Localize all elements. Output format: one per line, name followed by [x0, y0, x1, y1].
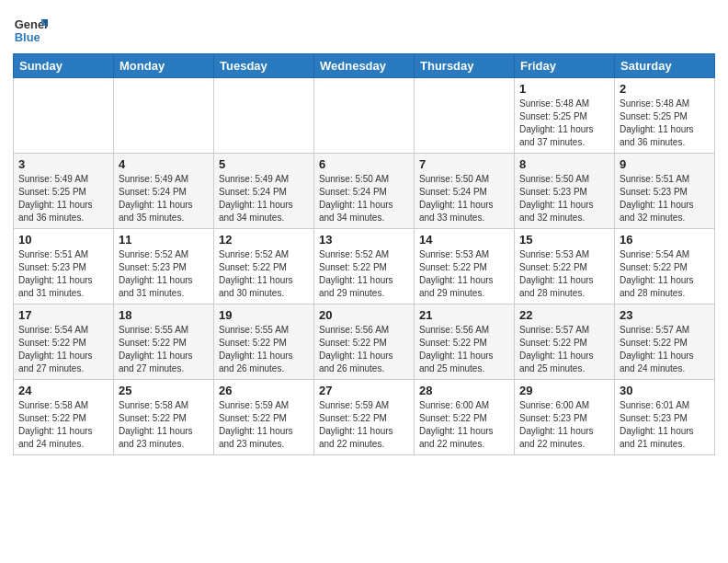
calendar-cell-week5-day4: 27Sunrise: 5:59 AMSunset: 5:22 PMDayligh…: [314, 380, 415, 455]
calendar-week-1: 1Sunrise: 5:48 AMSunset: 5:25 PMDaylight…: [14, 78, 715, 154]
day-number: 27: [319, 384, 409, 397]
weekday-header-monday: Monday: [114, 54, 214, 78]
calendar-cell-week2-day1: 3Sunrise: 5:49 AMSunset: 5:25 PMDaylight…: [14, 154, 114, 229]
day-info: Sunrise: 5:53 AMSunset: 5:22 PMDaylight:…: [419, 248, 509, 300]
calendar-cell-week5-day7: 30Sunrise: 6:01 AMSunset: 5:23 PMDayligh…: [615, 380, 715, 455]
calendar-cell-week5-day2: 25Sunrise: 5:58 AMSunset: 5:22 PMDayligh…: [114, 380, 214, 455]
calendar-week-2: 3Sunrise: 5:49 AMSunset: 5:25 PMDaylight…: [14, 154, 715, 229]
calendar-cell-week3-day3: 12Sunrise: 5:52 AMSunset: 5:22 PMDayligh…: [214, 229, 314, 304]
calendar-cell-week3-day6: 15Sunrise: 5:53 AMSunset: 5:22 PMDayligh…: [515, 229, 615, 304]
calendar-cell-week1-day5: [415, 78, 515, 154]
calendar-cell-week4-day7: 23Sunrise: 5:57 AMSunset: 5:22 PMDayligh…: [615, 304, 715, 380]
day-number: 13: [319, 233, 409, 247]
day-number: 23: [620, 308, 710, 322]
day-number: 16: [620, 233, 710, 247]
day-number: 1: [519, 82, 609, 96]
calendar-cell-week3-day5: 14Sunrise: 5:53 AMSunset: 5:22 PMDayligh…: [415, 229, 515, 304]
day-number: 2: [620, 82, 710, 96]
day-number: 28: [419, 384, 509, 397]
day-number: 15: [519, 233, 609, 247]
day-info: Sunrise: 5:56 AMSunset: 5:22 PMDaylight:…: [419, 324, 509, 375]
day-info: Sunrise: 5:59 AMSunset: 5:22 PMDaylight:…: [219, 399, 309, 451]
day-info: Sunrise: 5:52 AMSunset: 5:22 PMDaylight:…: [319, 248, 409, 300]
day-number: 25: [119, 384, 209, 397]
calendar-cell-week1-day2: [114, 78, 214, 154]
day-number: 3: [18, 157, 108, 171]
logo-icon: General Blue: [13, 13, 48, 48]
calendar-cell-week3-day1: 10Sunrise: 5:51 AMSunset: 5:23 PMDayligh…: [14, 229, 114, 304]
day-number: 6: [319, 157, 409, 171]
weekday-header-friday: Friday: [515, 54, 615, 78]
day-info: Sunrise: 5:55 AMSunset: 5:22 PMDaylight:…: [119, 324, 209, 375]
day-info: Sunrise: 5:49 AMSunset: 5:24 PMDaylight:…: [219, 173, 309, 224]
calendar-cell-week3-day2: 11Sunrise: 5:52 AMSunset: 5:23 PMDayligh…: [114, 229, 214, 304]
calendar-cell-week1-day4: [314, 78, 415, 154]
calendar-week-3: 10Sunrise: 5:51 AMSunset: 5:23 PMDayligh…: [14, 229, 715, 304]
calendar-cell-week2-day3: 5Sunrise: 5:49 AMSunset: 5:24 PMDaylight…: [214, 154, 314, 229]
calendar-cell-week4-day4: 20Sunrise: 5:56 AMSunset: 5:22 PMDayligh…: [314, 304, 415, 380]
day-number: 14: [419, 233, 509, 247]
day-number: 7: [419, 157, 509, 171]
day-number: 22: [519, 308, 609, 322]
day-info: Sunrise: 5:59 AMSunset: 5:22 PMDaylight:…: [319, 399, 409, 451]
calendar-cell-week1-day7: 2Sunrise: 5:48 AMSunset: 5:25 PMDaylight…: [615, 78, 715, 154]
day-info: Sunrise: 5:54 AMSunset: 5:22 PMDaylight:…: [18, 324, 108, 375]
calendar-week-5: 24Sunrise: 5:58 AMSunset: 5:22 PMDayligh…: [14, 380, 715, 455]
day-info: Sunrise: 5:57 AMSunset: 5:22 PMDaylight:…: [620, 324, 710, 375]
day-number: 18: [119, 308, 209, 322]
day-number: 11: [119, 233, 209, 247]
day-info: Sunrise: 6:00 AMSunset: 5:22 PMDaylight:…: [419, 399, 509, 451]
calendar-cell-week3-day7: 16Sunrise: 5:54 AMSunset: 5:22 PMDayligh…: [615, 229, 715, 304]
day-info: Sunrise: 5:51 AMSunset: 5:23 PMDaylight:…: [18, 248, 108, 300]
day-info: Sunrise: 5:52 AMSunset: 5:23 PMDaylight:…: [119, 248, 209, 300]
day-number: 26: [219, 384, 309, 397]
day-number: 17: [18, 308, 108, 322]
calendar-cell-week1-day6: 1Sunrise: 5:48 AMSunset: 5:25 PMDaylight…: [515, 78, 615, 154]
calendar-cell-week3-day4: 13Sunrise: 5:52 AMSunset: 5:22 PMDayligh…: [314, 229, 415, 304]
day-info: Sunrise: 5:54 AMSunset: 5:22 PMDaylight:…: [620, 248, 710, 300]
day-info: Sunrise: 5:56 AMSunset: 5:22 PMDaylight:…: [319, 324, 409, 375]
day-number: 30: [620, 384, 710, 397]
day-info: Sunrise: 5:52 AMSunset: 5:22 PMDaylight:…: [219, 248, 309, 300]
day-info: Sunrise: 5:49 AMSunset: 5:25 PMDaylight:…: [18, 173, 108, 224]
day-info: Sunrise: 6:01 AMSunset: 5:23 PMDaylight:…: [620, 399, 710, 451]
day-info: Sunrise: 5:50 AMSunset: 5:24 PMDaylight:…: [319, 173, 409, 224]
calendar-table: SundayMondayTuesdayWednesdayThursdayFrid…: [13, 53, 715, 455]
day-number: 4: [119, 157, 209, 171]
day-number: 8: [519, 157, 609, 171]
day-number: 20: [319, 308, 409, 322]
calendar-cell-week4-day2: 18Sunrise: 5:55 AMSunset: 5:22 PMDayligh…: [114, 304, 214, 380]
day-number: 12: [219, 233, 309, 247]
weekday-header-wednesday: Wednesday: [314, 54, 415, 78]
svg-text:Blue: Blue: [15, 30, 40, 44]
calendar-cell-week4-day3: 19Sunrise: 5:55 AMSunset: 5:22 PMDayligh…: [214, 304, 314, 380]
day-number: 10: [18, 233, 108, 247]
day-info: Sunrise: 5:57 AMSunset: 5:22 PMDaylight:…: [519, 324, 609, 375]
calendar-cell-week2-day5: 7Sunrise: 5:50 AMSunset: 5:24 PMDaylight…: [415, 154, 515, 229]
calendar-cell-week4-day6: 22Sunrise: 5:57 AMSunset: 5:22 PMDayligh…: [515, 304, 615, 380]
header: General Blue: [13, 9, 715, 48]
calendar-cell-week5-day1: 24Sunrise: 5:58 AMSunset: 5:22 PMDayligh…: [14, 380, 114, 455]
day-info: Sunrise: 5:50 AMSunset: 5:24 PMDaylight:…: [419, 173, 509, 224]
day-info: Sunrise: 6:00 AMSunset: 5:23 PMDaylight:…: [519, 399, 609, 451]
day-info: Sunrise: 5:50 AMSunset: 5:23 PMDaylight:…: [519, 173, 609, 224]
calendar-cell-week1-day1: [14, 78, 114, 154]
calendar-week-4: 17Sunrise: 5:54 AMSunset: 5:22 PMDayligh…: [14, 304, 715, 380]
day-number: 24: [18, 384, 108, 397]
weekday-header-row: SundayMondayTuesdayWednesdayThursdayFrid…: [14, 54, 715, 78]
logo: General Blue: [13, 13, 48, 48]
day-number: 5: [219, 157, 309, 171]
day-number: 21: [419, 308, 509, 322]
calendar-cell-week2-day2: 4Sunrise: 5:49 AMSunset: 5:24 PMDaylight…: [114, 154, 214, 229]
calendar-cell-week2-day6: 8Sunrise: 5:50 AMSunset: 5:23 PMDaylight…: [515, 154, 615, 229]
day-info: Sunrise: 5:48 AMSunset: 5:25 PMDaylight:…: [620, 98, 710, 149]
day-number: 29: [519, 384, 609, 397]
weekday-header-saturday: Saturday: [615, 54, 715, 78]
day-info: Sunrise: 5:49 AMSunset: 5:24 PMDaylight:…: [119, 173, 209, 224]
day-info: Sunrise: 5:58 AMSunset: 5:22 PMDaylight:…: [18, 399, 108, 451]
calendar-cell-week4-day5: 21Sunrise: 5:56 AMSunset: 5:22 PMDayligh…: [415, 304, 515, 380]
day-info: Sunrise: 5:58 AMSunset: 5:22 PMDaylight:…: [119, 399, 209, 451]
calendar-cell-week2-day7: 9Sunrise: 5:51 AMSunset: 5:23 PMDaylight…: [615, 154, 715, 229]
calendar-cell-week1-day3: [214, 78, 314, 154]
page: General Blue SundayMondayTuesdayWednesda…: [0, 0, 728, 465]
